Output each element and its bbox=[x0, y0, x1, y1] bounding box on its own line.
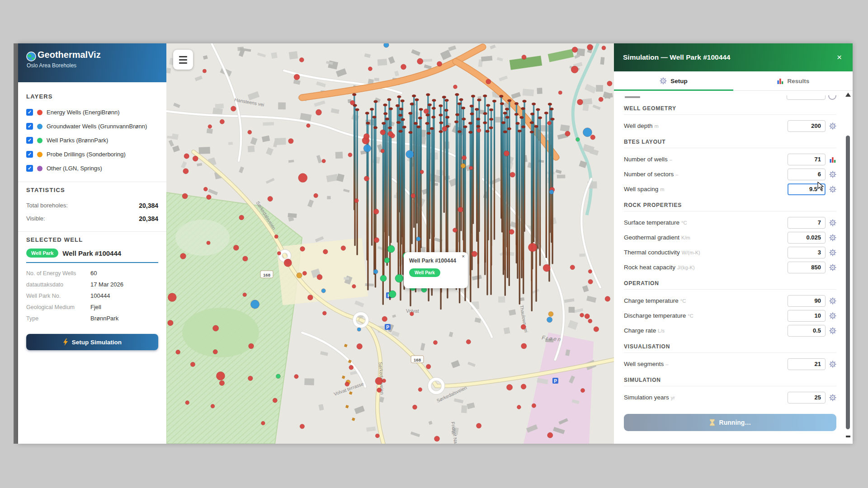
tab-results[interactable]: Results bbox=[733, 71, 853, 90]
well-marker bbox=[476, 128, 481, 132]
panel-scrollbar[interactable] bbox=[845, 92, 851, 441]
menu-button[interactable] bbox=[173, 50, 193, 70]
input-charge-rate[interactable] bbox=[788, 325, 826, 337]
route-badge: 168 bbox=[260, 271, 273, 278]
well-marker bbox=[416, 237, 420, 241]
input-simulation-years[interactable] bbox=[788, 392, 826, 404]
well-marker bbox=[517, 405, 521, 409]
input-surface-temperature[interactable] bbox=[788, 217, 826, 229]
input-geothermal-gradient[interactable] bbox=[788, 232, 826, 244]
scroll-down-icon[interactable] bbox=[846, 436, 850, 437]
run-simulation-button[interactable]: Running… bbox=[624, 414, 836, 431]
gear-icon[interactable] bbox=[829, 394, 836, 401]
well-marker bbox=[510, 172, 515, 177]
gear-icon[interactable] bbox=[829, 312, 836, 319]
stat-value: 20,384 bbox=[139, 202, 158, 209]
statistics-heading: STATISTICS bbox=[26, 187, 158, 193]
well-marker bbox=[605, 296, 610, 302]
input-rock-heat-capacity[interactable] bbox=[788, 262, 826, 273]
well-marker bbox=[453, 85, 458, 89]
input-well-depth[interactable] bbox=[788, 120, 826, 132]
well-marker bbox=[183, 169, 189, 174]
input-number-of-sectors[interactable] bbox=[788, 169, 826, 180]
param-unit: m bbox=[655, 123, 659, 129]
panel-close-icon[interactable]: × bbox=[835, 52, 844, 63]
layer-toggle-0[interactable]: ✓ Energy Wells (EnergiBrønn) bbox=[26, 105, 158, 119]
statistic-row: Total boreholes: 20,384 bbox=[26, 199, 158, 212]
well-marker bbox=[382, 379, 386, 382]
input-number-of-wells[interactable] bbox=[788, 154, 826, 165]
well-park-marker bbox=[380, 275, 387, 282]
gear-icon[interactable] bbox=[829, 122, 836, 130]
well-marker bbox=[249, 343, 254, 349]
checkbox-checked[interactable]: ✓ bbox=[26, 123, 33, 130]
well-marker bbox=[211, 404, 215, 408]
layer-toggle-2[interactable]: ✓ Well Parks (BrønnPark) bbox=[26, 133, 158, 147]
checkbox-checked[interactable]: ✓ bbox=[26, 137, 33, 144]
checkbox-checked[interactable]: ✓ bbox=[26, 151, 33, 158]
scrollbar-thumb[interactable] bbox=[846, 136, 850, 429]
well-marker bbox=[571, 66, 578, 73]
detail-value: 100444 bbox=[90, 292, 110, 299]
well-marker bbox=[373, 209, 379, 214]
gear-icon[interactable] bbox=[829, 361, 836, 368]
gear-icon[interactable] bbox=[829, 297, 836, 305]
sidebar-header: GeothermalViz Oslo Area Boreholes bbox=[18, 43, 166, 82]
well-marker bbox=[521, 343, 527, 349]
input-charge-temperature[interactable] bbox=[788, 295, 826, 307]
run-simulation-label: Running… bbox=[719, 419, 751, 426]
gear-icon[interactable] bbox=[829, 264, 836, 271]
gear-icon[interactable] bbox=[829, 186, 836, 193]
setup-simulation-button[interactable]: Setup Simulation bbox=[26, 334, 158, 350]
well-marker bbox=[580, 389, 585, 393]
well-marker bbox=[548, 311, 553, 316]
well-marker bbox=[307, 295, 313, 300]
param-row-simulation-years: Simulation yearsyr bbox=[624, 390, 836, 405]
well-marker bbox=[607, 81, 612, 86]
well-marker bbox=[433, 341, 437, 345]
selected-underline bbox=[26, 262, 158, 263]
well-marker bbox=[243, 293, 247, 297]
gear-icon[interactable] bbox=[829, 234, 836, 241]
well-marker bbox=[207, 195, 212, 200]
well-marker bbox=[469, 166, 473, 170]
section-visualisation: VISUALISATIONWell segments– bbox=[624, 343, 836, 371]
well-marker bbox=[576, 137, 580, 141]
param-label: Charge temperature°C bbox=[624, 297, 784, 304]
detail-label: Type bbox=[26, 315, 90, 322]
svg-text:168: 168 bbox=[263, 272, 270, 277]
statistic-row: Visible: 20,384 bbox=[26, 212, 158, 225]
well-marker bbox=[466, 339, 471, 344]
well-marker bbox=[453, 228, 458, 233]
input-discharge-temperature[interactable] bbox=[788, 310, 826, 322]
chart-icon bbox=[777, 77, 784, 84]
map-viewport[interactable]: P P P Hansteens veiSørkedalsveienSørkeda… bbox=[166, 43, 614, 444]
panel-title: Simulation — Well Park #100444 bbox=[623, 53, 835, 61]
checkbox-checked[interactable]: ✓ bbox=[26, 109, 33, 116]
input-well-segments[interactable] bbox=[788, 358, 826, 370]
checkbox-checked[interactable]: ✓ bbox=[26, 165, 33, 172]
gear-icon[interactable] bbox=[829, 249, 836, 256]
layer-toggle-4[interactable]: ✓ Other (LGN, Springs) bbox=[26, 161, 158, 175]
well-marker bbox=[549, 190, 554, 194]
gear-icon[interactable] bbox=[829, 171, 836, 178]
chart-icon[interactable] bbox=[829, 156, 836, 163]
stat-label: Total boreholes: bbox=[26, 202, 68, 209]
sidebar: GeothermalViz Oslo Area Boreholes LAYERS… bbox=[18, 43, 167, 444]
well-marker bbox=[274, 235, 278, 239]
scroll-up-icon[interactable] bbox=[845, 93, 851, 97]
gear-icon[interactable] bbox=[829, 219, 836, 226]
panel-header: Simulation — Well Park #100444 × bbox=[614, 43, 853, 71]
well-marker bbox=[322, 159, 326, 163]
tooltip-close-icon[interactable]: × bbox=[462, 254, 465, 259]
layer-toggle-3[interactable]: ✓ Probe Drillings (Sonderboring) bbox=[26, 147, 158, 161]
param-unit: °C bbox=[681, 220, 687, 225]
well-marker bbox=[261, 421, 265, 425]
divider bbox=[18, 182, 166, 182]
gear-icon[interactable] bbox=[829, 327, 836, 334]
layer-toggle-1[interactable]: ✓ Groundwater Wells (GrunnvannBrønn) bbox=[26, 119, 158, 133]
tooltip-badge: Well Park bbox=[409, 268, 440, 277]
well-marker bbox=[461, 164, 466, 169]
tab-setup[interactable]: Setup bbox=[614, 71, 733, 90]
input-thermal-conductivity[interactable] bbox=[788, 247, 826, 258]
